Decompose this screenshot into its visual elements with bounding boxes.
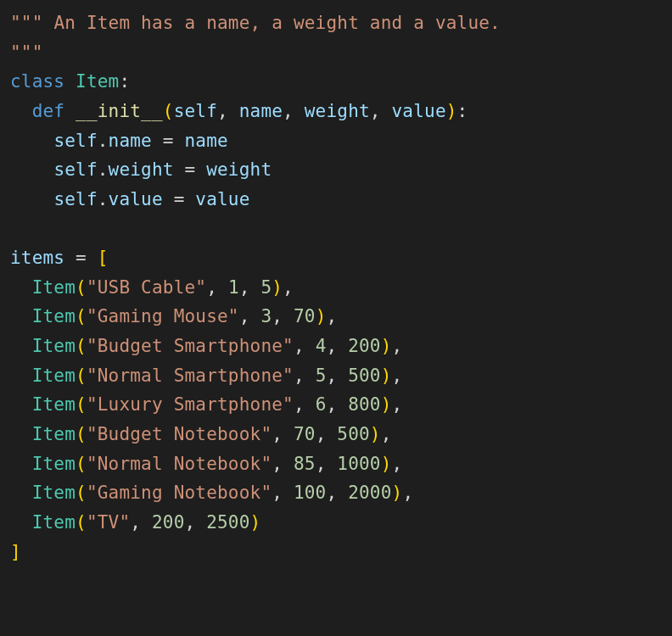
- rhs-name: name: [185, 131, 228, 151]
- attr-value: value: [109, 189, 163, 209]
- item-7-v: 2000: [348, 483, 391, 503]
- item-2-name: "Budget Smartphone": [87, 336, 294, 356]
- item-5-w: 70: [294, 424, 316, 444]
- docstring-text: An Item has a name, a weight and a value…: [53, 13, 501, 33]
- items-var: items: [10, 248, 64, 268]
- item-0-name: "USB Cable": [87, 277, 206, 298]
- item-2-v: 200: [348, 336, 381, 356]
- item-3-name: "Normal Smartphone": [87, 365, 294, 386]
- rhs-weight: weight: [206, 159, 272, 180]
- item-8-name: "TV": [87, 512, 130, 533]
- def-keyword: def: [32, 101, 65, 121]
- item-ctor: Item: [32, 277, 76, 298]
- item-5-v: 500: [337, 424, 370, 444]
- class-keyword: class: [10, 71, 64, 92]
- item-6-name: "Normal Notebook": [87, 454, 272, 474]
- item-5-name: "Budget Notebook": [87, 424, 272, 444]
- item-8-w: 200: [152, 512, 185, 533]
- init-name: __init__: [76, 101, 163, 121]
- item-ctor: Item: [32, 336, 76, 356]
- item-ctor: Item: [32, 394, 76, 415]
- item-ctor: Item: [32, 483, 76, 503]
- item-2-w: 4: [316, 336, 327, 356]
- item-8-v: 2500: [206, 512, 249, 533]
- docstring-q2: """: [10, 42, 43, 63]
- item-6-v: 1000: [337, 454, 380, 474]
- param-weight: weight: [305, 101, 370, 121]
- param-name: name: [239, 101, 283, 121]
- self-ref: self: [53, 159, 97, 180]
- attr-weight: weight: [109, 159, 174, 180]
- item-ctor: Item: [32, 454, 76, 474]
- item-1-name: "Gaming Mouse": [87, 306, 239, 326]
- item-0-w: 1: [228, 277, 239, 298]
- item-3-v: 500: [348, 365, 381, 386]
- item-3-w: 5: [316, 365, 327, 386]
- self-ref: self: [53, 131, 97, 151]
- item-4-w: 6: [316, 394, 327, 415]
- item-4-v: 800: [348, 394, 381, 415]
- param-value: value: [392, 101, 446, 121]
- attr-name: name: [109, 131, 152, 151]
- item-0-v: 5: [260, 277, 272, 298]
- item-ctor: Item: [32, 512, 76, 533]
- item-ctor: Item: [32, 424, 76, 444]
- item-1-w: 3: [260, 306, 272, 326]
- item-6-w: 85: [294, 454, 316, 474]
- rhs-value: value: [195, 189, 249, 209]
- item-7-name: "Gaming Notebook": [87, 483, 272, 503]
- item-1-v: 70: [294, 306, 316, 326]
- item-7-w: 100: [294, 483, 327, 503]
- param-self: self: [174, 101, 217, 121]
- code-block: """ An Item has a name, a weight and a v…: [10, 8, 662, 566]
- item-ctor: Item: [32, 365, 76, 386]
- docstring-q1: """: [10, 13, 43, 33]
- item-4-name: "Luxury Smartphone": [87, 394, 294, 415]
- item-ctor: Item: [32, 306, 76, 326]
- self-ref: self: [53, 189, 97, 209]
- class-name: Item: [76, 71, 119, 92]
